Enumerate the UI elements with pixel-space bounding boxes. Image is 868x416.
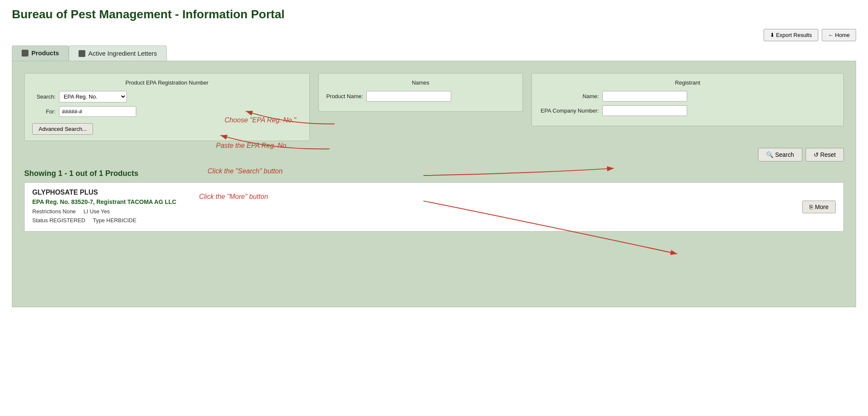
result-product-name: GLYPHOSATE PLUS bbox=[32, 189, 176, 196]
names-section: Names Product Name: bbox=[318, 73, 523, 112]
epa-company-label: EPA Company Number: bbox=[539, 108, 599, 114]
result-details: Restrictions None LI Use Yes Status REGI… bbox=[32, 207, 176, 225]
search-button[interactable]: 🔍 Search bbox=[758, 148, 802, 161]
registrant-section: Registrant Name: EPA Company Number: bbox=[531, 73, 844, 126]
search-type-select[interactable]: EPA Reg. No. Product Name Company Number bbox=[59, 91, 127, 102]
product-name-label: Product Name: bbox=[326, 93, 363, 99]
tab-products[interactable]: Products bbox=[12, 45, 69, 61]
epa-company-input[interactable] bbox=[602, 105, 687, 116]
top-bar: ⬇ Export Results ← Home bbox=[12, 29, 856, 41]
main-panel: Product EPA Registration Number Search: … bbox=[12, 61, 856, 307]
tab-active-ingredient-icon bbox=[79, 50, 85, 57]
search-field-row: Search: EPA Reg. No. Product Name Compan… bbox=[32, 91, 302, 102]
names-section-title: Names bbox=[326, 79, 515, 86]
epa-company-row: EPA Company Number: bbox=[539, 105, 836, 116]
epa-registration-section: Product EPA Registration Number Search: … bbox=[24, 73, 310, 141]
result-restrictions: Restrictions None bbox=[32, 208, 76, 215]
result-card: GLYPHOSATE PLUS EPA Reg. No. 83520-7, Re… bbox=[24, 182, 844, 232]
result-type: Type HERBICIDE bbox=[93, 217, 137, 224]
result-status: Status REGISTERED bbox=[32, 217, 85, 224]
results-summary: Showing 1 - 1 out of 1 Products bbox=[24, 169, 844, 178]
search-label: Search: bbox=[32, 93, 56, 100]
epa-section-title: Product EPA Registration Number bbox=[32, 79, 302, 86]
action-row: 🔍 Search ↺ Reset bbox=[24, 148, 844, 161]
home-button[interactable]: ← Home bbox=[822, 29, 856, 41]
copy-icon: ⎘ bbox=[809, 204, 813, 210]
result-li-use: LI Use Yes bbox=[84, 208, 110, 215]
for-field-row: For: bbox=[32, 106, 302, 117]
tabs: Products Active Ingredient Letters bbox=[12, 45, 856, 61]
for-label: For: bbox=[32, 108, 56, 115]
name-label: Name: bbox=[539, 93, 599, 99]
search-row: Product EPA Registration Number Search: … bbox=[24, 73, 844, 141]
product-name-input[interactable] bbox=[366, 91, 451, 102]
name-input[interactable] bbox=[602, 91, 687, 102]
advanced-search-button[interactable]: Advanced Search... bbox=[32, 123, 93, 135]
more-button[interactable]: ⎘ More bbox=[802, 201, 836, 213]
product-name-row: Product Name: bbox=[326, 91, 515, 102]
export-results-button[interactable]: ⬇ Export Results bbox=[764, 29, 818, 41]
page-title: Bureau of Pest Management - Information … bbox=[12, 8, 856, 21]
name-row: Name: bbox=[539, 91, 836, 102]
result-reg-info: EPA Reg. No. 83520-7, Registrant TACOMA … bbox=[32, 198, 176, 205]
result-card-content: GLYPHOSATE PLUS EPA Reg. No. 83520-7, Re… bbox=[32, 189, 176, 225]
tab-products-icon bbox=[22, 50, 28, 57]
tab-active-ingredient-letters[interactable]: Active Ingredient Letters bbox=[69, 45, 167, 61]
reset-button[interactable]: ↺ Reset bbox=[806, 148, 844, 161]
registrant-section-title: Registrant bbox=[539, 79, 836, 86]
for-input[interactable] bbox=[59, 106, 136, 117]
